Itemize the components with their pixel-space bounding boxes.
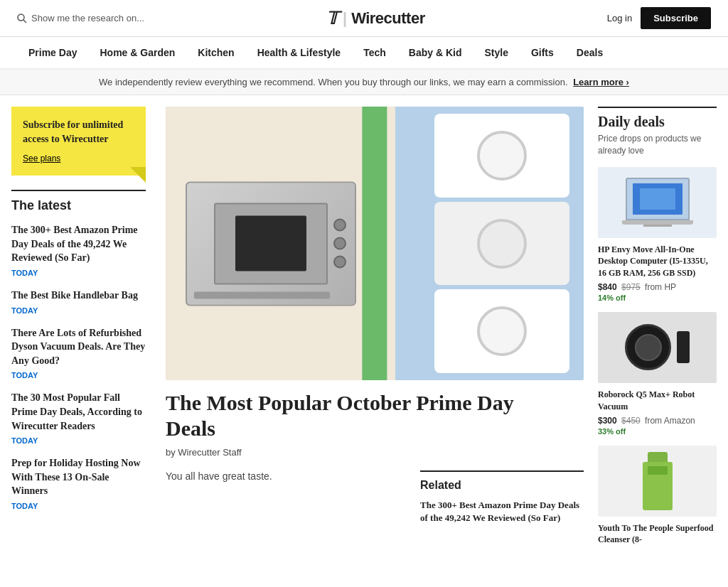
related-item-headline-0[interactable]: The 300+ Best Amazon Prime Day Deals of … [420, 499, 584, 524]
logo-text: Wirecutter [351, 9, 425, 28]
deal-item-price-1: $300 $450 from Amazon [598, 416, 717, 426]
nav-item-prime-day[interactable]: Prime Day [17, 37, 88, 68]
latest-item-2: There Are Lots of Refurbished Dyson Vacu… [11, 326, 146, 382]
svg-point-0 [18, 14, 24, 21]
latest-item-headline-4[interactable]: Prep for Holiday Hosting Now With These … [11, 456, 146, 498]
deal-image-laptop [598, 167, 717, 238]
login-button[interactable]: Log in [607, 13, 632, 23]
nav-item-style[interactable]: Style [473, 37, 519, 68]
deal-original-price-0: $975 [621, 282, 641, 292]
deal-source-0: from HP [645, 282, 676, 292]
nav-item-kitchen[interactable]: Kitchen [186, 37, 245, 68]
main-nav: Prime Day Home & Garden Kitchen Health &… [0, 37, 728, 70]
deal-item-1: Roborock Q5 Max+ Robot Vacuum $300 $450 … [598, 312, 717, 436]
hero-image [166, 107, 584, 380]
hero-product-purifiers [427, 107, 577, 380]
header: Show me the research on... 𝕋 | Wirecutte… [0, 0, 728, 37]
latest-item-headline-3[interactable]: The 30 Most Popular Fall Prime Day Deals… [11, 391, 146, 433]
logo[interactable]: 𝕋 | Wirecutter [326, 9, 425, 28]
logo-divider: | [343, 9, 347, 28]
deal-discount-1: 33% off [598, 427, 717, 436]
deal-discount-0: 14% off [598, 294, 717, 302]
search-bar[interactable]: Show me the research on... [17, 13, 144, 23]
latest-item-timestamp-4: TODAY [11, 502, 38, 510]
hero-product-oven [186, 181, 356, 306]
learn-more-link[interactable]: Learn more › [573, 77, 629, 87]
nav-item-deals[interactable]: Deals [565, 37, 614, 68]
latest-item-timestamp-3: TODAY [11, 436, 38, 445]
deal-image-vacuum [598, 312, 717, 383]
latest-item-headline-2[interactable]: There Are Lots of Refurbished Dyson Vacu… [11, 326, 146, 368]
subscribe-promo-text: Subscribe for unlimited access to Wirecu… [23, 118, 134, 146]
daily-deals-section: Daily deals Price drops on products we a… [598, 107, 717, 546]
latest-item-headline-0[interactable]: The 300+ Best Amazon Prime Day Deals of … [11, 223, 146, 265]
deal-current-price-1: $300 [598, 416, 617, 426]
latest-item-1: The Best Bike Handlebar Bag TODAY [11, 289, 146, 316]
subscribe-promo-box: Subscribe for unlimited access to Wirecu… [11, 107, 146, 176]
center-content: The Most Popular October Prime Day Deals… [157, 107, 592, 556]
nav-item-home-garden[interactable]: Home & Garden [88, 37, 186, 68]
nyt-logo-icon: 𝕋 [326, 9, 338, 28]
daily-deals-subtitle: Price drops on products we already love [598, 133, 717, 157]
deal-item-title-0[interactable]: HP Envy Move All-In-One Desktop Computer… [598, 244, 717, 279]
latest-section: The latest The 300+ Best Amazon Prime Da… [11, 190, 146, 512]
banner-text: We independently review everything we re… [99, 77, 567, 87]
related-section: Related The 300+ Best Amazon Prime Day D… [420, 470, 584, 524]
right-sidebar: Daily deals Price drops on products we a… [592, 107, 717, 556]
deal-item-0: HP Envy Move All-In-One Desktop Computer… [598, 167, 717, 302]
hero-desc-text: You all have great taste. [166, 470, 406, 482]
deal-current-price-0: $840 [598, 282, 617, 292]
latest-item-0: The 300+ Best Amazon Prime Day Deals of … [11, 223, 146, 279]
nav-item-tech[interactable]: Tech [352, 37, 397, 68]
search-icon [17, 14, 27, 23]
see-plans-link[interactable]: See plans [23, 154, 60, 163]
deal-item-title-2[interactable]: Youth To The People Superfood Cleanser (… [598, 522, 717, 546]
deal-image-cleanser [598, 446, 717, 517]
nav-item-health-lifestyle[interactable]: Health & Lifestyle [246, 37, 352, 68]
latest-item-3: The 30 Most Popular Fall Prime Day Deals… [11, 391, 146, 446]
svg-line-1 [23, 20, 26, 23]
deal-item-2: Youth To The People Superfood Cleanser (… [598, 446, 717, 546]
deal-original-price-1: $450 [621, 416, 641, 426]
latest-title: The latest [11, 198, 146, 213]
disclosure-banner: We independently review everything we re… [0, 70, 728, 95]
nav-item-baby-kid[interactable]: Baby & Kid [397, 37, 473, 68]
daily-deals-title: Daily deals [598, 107, 717, 130]
hero-headline[interactable]: The Most Popular October Prime Day Deals [166, 390, 550, 441]
search-placeholder: Show me the research on... [31, 13, 144, 23]
left-sidebar: Subscribe for unlimited access to Wirecu… [11, 107, 157, 556]
related-title: Related [420, 479, 584, 492]
fold-corner [130, 167, 146, 183]
latest-item-headline-1[interactable]: The Best Bike Handlebar Bag [11, 289, 146, 303]
latest-item-timestamp-1: TODAY [11, 306, 38, 315]
hero-text: The Most Popular October Prime Day Deals… [166, 380, 584, 470]
subscribe-button[interactable]: Subscribe [641, 7, 711, 29]
deal-item-price-0: $840 $975 from HP [598, 282, 717, 292]
latest-item-timestamp-0: TODAY [11, 269, 38, 277]
hero-byline: by Wirecutter Staff [166, 447, 584, 458]
nav-item-gifts[interactable]: Gifts [520, 37, 565, 68]
latest-item-timestamp-2: TODAY [11, 371, 38, 379]
header-actions: Log in Subscribe [607, 7, 711, 29]
latest-item-4: Prep for Holiday Hosting Now With These … [11, 456, 146, 512]
deal-source-1: from Amazon [645, 416, 695, 426]
deal-item-title-1[interactable]: Roborock Q5 Max+ Robot Vacuum [598, 389, 717, 413]
hero-description: You all have great taste. [166, 470, 406, 524]
related-item-0: The 300+ Best Amazon Prime Day Deals of … [420, 499, 584, 524]
